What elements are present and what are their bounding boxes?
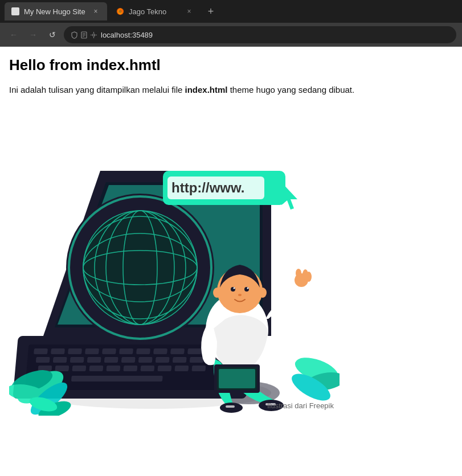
paragraph-after-bold: theme hugo yang sedang dibuat. [228,85,355,95]
svg-rect-44 [174,366,189,371]
svg-point-83 [296,269,301,278]
svg-rect-14 [34,348,48,354]
paragraph-before-bold: Ini adalah tulisan yang ditampilkan mela… [9,85,185,95]
firefox-favicon-icon [116,7,124,15]
svg-rect-29 [104,357,118,363]
svg-rect-40 [106,366,120,371]
svg-rect-20 [136,348,150,354]
svg-rect-38 [72,366,86,371]
svg-rect-26 [53,357,67,363]
address-bar[interactable]: localhost:35489 [64,26,456,43]
page-paragraph: Ini adalah tulisan yang ditampilkan mela… [9,83,453,97]
new-tab-button[interactable]: + [203,3,219,19]
svg-rect-43 [157,366,171,371]
illustration-wrapper: http://www. [9,114,340,416]
other-tab-close-button[interactable]: × [185,7,194,16]
svg-rect-21 [153,348,167,354]
page-favicon-icon [11,7,19,15]
svg-point-90 [234,287,235,289]
svg-rect-28 [87,357,101,363]
address-security-icons [71,31,97,39]
svg-rect-45 [191,366,206,371]
svg-rect-31 [138,357,153,363]
svg-point-93 [213,288,221,298]
svg-rect-22 [170,348,185,354]
illustration-svg: http://www. [9,114,340,416]
svg-rect-27 [70,357,84,363]
svg-rect-86 [219,369,255,388]
svg-point-94 [259,288,267,298]
svg-rect-78 [226,405,235,408]
svg-rect-34 [190,357,204,363]
svg-rect-17 [85,348,99,354]
tab-active[interactable]: My New Hugo Site × [5,2,107,20]
svg-rect-39 [89,366,103,371]
svg-rect-23 [187,348,202,354]
svg-rect-33 [173,357,187,363]
page-content: Hello from index.hmtl Ini adalah tulisan… [0,47,462,476]
paragraph-bold: index.html [185,85,228,95]
svg-point-82 [306,272,312,282]
svg-rect-41 [123,366,137,371]
shield-icon [71,31,78,39]
svg-rect-46 [71,376,163,381]
svg-point-1 [118,10,121,13]
active-tab-close-button[interactable]: × [91,7,100,16]
svg-rect-25 [36,357,50,363]
forward-button[interactable]: → [25,27,41,43]
tab-other[interactable]: Jago Tekno × [109,2,201,20]
tab-bar: My New Hugo Site × Jago Tekno × + [0,0,462,23]
svg-rect-30 [121,357,136,363]
svg-rect-18 [102,348,116,354]
site-info-icon [90,31,97,39]
svg-rect-42 [140,366,154,371]
svg-text:http://www.: http://www. [171,180,244,195]
page-icon [80,31,88,39]
svg-rect-37 [55,366,69,371]
svg-rect-19 [119,348,133,354]
svg-marker-64 [281,182,297,210]
nav-bar: ← → ↺ [0,23,462,47]
svg-rect-32 [156,357,170,363]
back-button[interactable]: ← [6,27,22,43]
illustration-caption: Ilustrasi dari Freepik [267,401,334,410]
browser-window: My New Hugo Site × Jago Tekno × + ← → ↺ [0,0,462,476]
address-text: localhost:35489 [101,31,449,39]
svg-rect-16 [68,348,82,354]
illustration-section: http://www. [9,108,453,421]
svg-point-92 [238,294,242,296]
page-heading: Hello from index.hmtl [9,56,453,75]
active-tab-label: My New Hugo Site [24,7,87,16]
svg-rect-15 [51,348,65,354]
svg-point-53 [83,211,197,325]
svg-point-6 [93,34,95,36]
refresh-button[interactable]: ↺ [44,27,60,43]
other-tab-label: Jago Tekno [129,7,180,16]
svg-point-91 [247,287,249,289]
